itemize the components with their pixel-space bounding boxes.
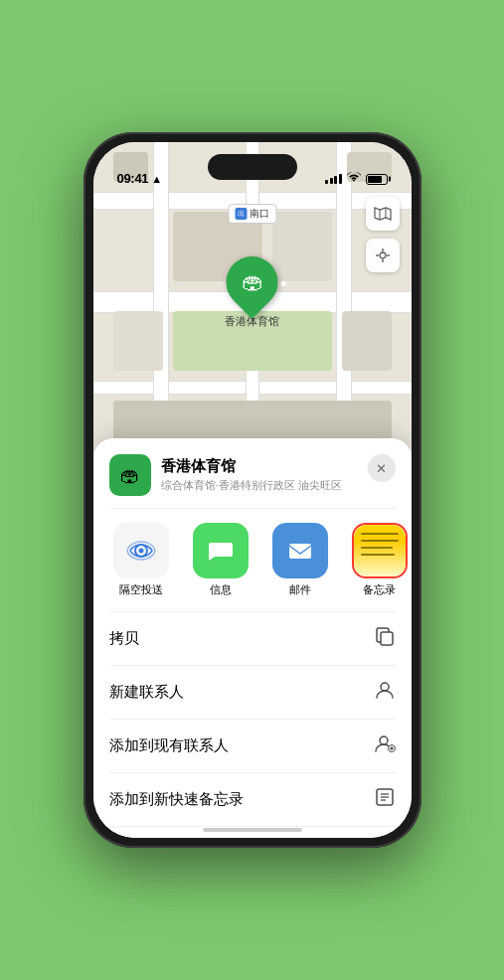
action-add-existing[interactable]: 添加到现有联系人 (109, 720, 396, 773)
notes-label: 备忘录 (363, 583, 396, 597)
close-button[interactable]: ✕ (368, 454, 396, 482)
new-contact-icon (374, 679, 396, 706)
airdrop-label: 隔空投送 (119, 583, 163, 597)
phone-frame: 09:41 ▲ (84, 132, 421, 848)
share-mail[interactable]: 邮件 (260, 523, 340, 597)
share-notes[interactable]: 备忘录 (340, 523, 412, 597)
svg-point-11 (381, 683, 389, 691)
bottom-sheet: 🏟 香港体育馆 综合体育馆·香港特别行政区 油尖旺区 ✕ (93, 438, 412, 838)
wifi-icon (347, 172, 361, 186)
copy-icon (374, 625, 396, 652)
action-new-contact[interactable]: 新建联系人 (109, 666, 396, 720)
svg-rect-9 (289, 544, 311, 559)
dynamic-island (208, 154, 297, 180)
share-airdrop[interactable]: 隔空投送 (101, 523, 181, 597)
svg-rect-10 (381, 632, 393, 645)
pin-circle: 🏟 (216, 245, 289, 319)
action-new-contact-text: 新建联系人 (109, 683, 184, 702)
share-messages[interactable]: 信息 (181, 523, 260, 597)
action-list: 拷贝 新建联系人 (93, 612, 412, 838)
map-label-text: 南口 (250, 207, 269, 221)
mail-icon (272, 523, 328, 578)
map-controls (366, 197, 400, 272)
pin-emoji: 🏟 (242, 269, 263, 295)
phone-screen: 09:41 ▲ (93, 142, 412, 838)
status-icons (325, 172, 388, 186)
svg-point-0 (380, 252, 386, 258)
map-label-icon: 出 (235, 208, 247, 220)
location-arrow-icon: ▲ (151, 173, 162, 185)
sheet-header: 🏟 香港体育馆 综合体育馆·香港特别行政区 油尖旺区 ✕ (93, 454, 412, 508)
messages-icon (193, 523, 249, 578)
action-add-existing-text: 添加到现有联系人 (109, 736, 229, 755)
venue-info: 香港体育馆 综合体育馆·香港特别行政区 油尖旺区 (161, 457, 396, 493)
map-type-button[interactable] (366, 197, 400, 231)
svg-point-6 (138, 549, 143, 554)
action-quick-note[interactable]: 添加到新快速备忘录 (109, 773, 396, 827)
action-copy[interactable]: 拷贝 (109, 612, 396, 666)
action-copy-text: 拷贝 (109, 629, 139, 648)
svg-point-12 (380, 736, 388, 744)
status-time: 09:41 (117, 171, 149, 186)
location-button[interactable] (366, 239, 400, 272)
quick-note-icon (374, 786, 396, 813)
share-row: 隔空投送 信息 (93, 509, 412, 611)
mail-label: 邮件 (289, 583, 311, 597)
map-entrance-label: 出 南口 (228, 204, 276, 224)
venue-subtitle: 综合体育馆·香港特别行政区 油尖旺区 (161, 478, 396, 493)
signal-bars (325, 174, 342, 184)
map-pin: 🏟 香港体育馆 (225, 256, 279, 329)
venue-name: 香港体育馆 (161, 457, 396, 476)
home-indicator (203, 828, 302, 832)
airdrop-icon (113, 523, 169, 578)
battery-icon (366, 174, 388, 185)
action-quick-note-text: 添加到新快速备忘录 (109, 790, 244, 809)
venue-icon: 🏟 (109, 454, 151, 496)
messages-label: 信息 (210, 583, 232, 597)
add-existing-icon (374, 733, 396, 759)
notes-icon (352, 523, 408, 578)
